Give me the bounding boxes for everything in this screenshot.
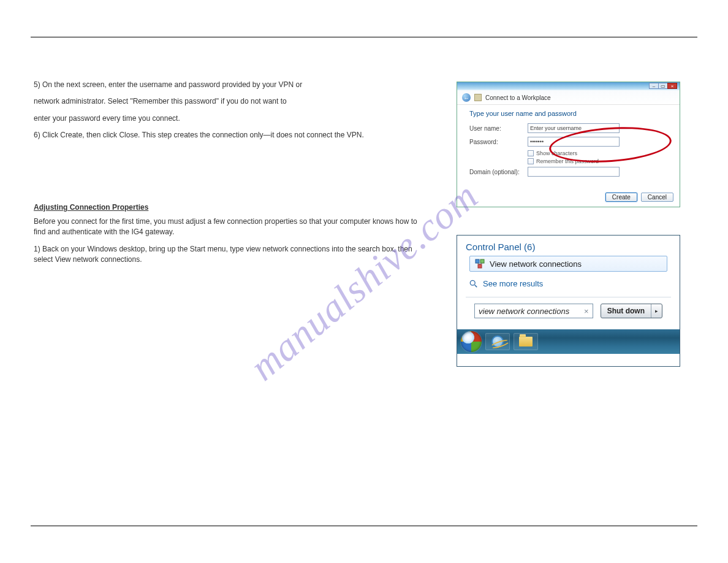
minimize-button[interactable]: – (649, 83, 659, 89)
section2-steps: 1) Back on your Windows desktop, bring u… (34, 244, 426, 266)
remember-password-label: Remember this password (536, 158, 599, 164)
section2-p1: Before you connect for the first time, y… (34, 216, 426, 238)
taskbar-explorer-button[interactable] (514, 333, 538, 350)
page-bottom-rule (31, 526, 697, 526)
search-icon (469, 280, 478, 288)
see-more-label: See more results (483, 279, 543, 288)
dialog1-breadcrumb: ← Connect to a Workplace (457, 91, 680, 105)
remember-password-checkbox[interactable]: Remember this password (528, 158, 667, 164)
search-input-value: view network connections (479, 307, 569, 316)
maximize-button[interactable]: ▭ (658, 83, 668, 89)
username-label: User name: (469, 125, 528, 132)
divider (466, 297, 671, 297)
dialog1-prompt: Type your user name and password (469, 110, 667, 117)
search-result-label: View network connections (490, 259, 582, 269)
search-input[interactable]: view network connections × (474, 304, 593, 318)
svg-rect-1 (480, 259, 484, 263)
start-menu-search-panel: Control Panel (6) View network connectio… (457, 235, 680, 367)
see-more-results-link[interactable]: See more results (466, 278, 671, 294)
back-icon[interactable]: ← (462, 93, 471, 102)
workplace-icon (474, 94, 482, 101)
control-panel-heading: Control Panel (6) (466, 242, 671, 252)
instruction-text-column: 5) On the next screen, enter the usernam… (34, 80, 426, 272)
page-top-rule (31, 37, 697, 37)
svg-line-6 (475, 285, 477, 287)
clear-search-icon[interactable]: × (584, 307, 589, 316)
checkbox-icon (528, 158, 534, 164)
show-characters-checkbox[interactable]: Show characters (528, 150, 667, 156)
taskbar-ie-button[interactable] (485, 333, 510, 350)
dialog1-titlebar: – ▭ × (457, 82, 680, 91)
create-button[interactable]: Create (605, 193, 637, 202)
step6: 6) Click Create, then click Close. This … (34, 130, 426, 140)
shutdown-split-button[interactable]: Shut down ▸ (601, 304, 662, 318)
svg-rect-2 (478, 264, 482, 268)
search-result-item[interactable]: View network connections (469, 256, 667, 272)
step5-line2: network administrator. Select "Remember … (34, 96, 426, 107)
shutdown-label: Shut down (601, 304, 651, 318)
close-button[interactable]: × (667, 83, 677, 89)
section-heading: Adjusting Connection Properties (34, 202, 426, 213)
svg-rect-0 (476, 259, 479, 263)
domain-field[interactable] (528, 167, 620, 177)
shutdown-dropdown-arrow[interactable]: ▸ (651, 304, 662, 318)
password-label: Password: (469, 139, 528, 145)
start-orb-icon[interactable] (461, 331, 482, 352)
checkbox-icon (528, 150, 534, 156)
step5-line1: 5) On the next screen, enter the usernam… (34, 80, 426, 90)
breadcrumb-text: Connect to a Workplace (485, 94, 551, 101)
cancel-button[interactable]: Cancel (641, 193, 673, 202)
internet-explorer-icon (491, 335, 504, 348)
domain-label: Domain (optional): (469, 169, 528, 175)
window-controls: – ▭ × (650, 83, 677, 89)
folder-icon (519, 337, 533, 347)
step5-line3: enter your password every time you conne… (34, 113, 426, 124)
connect-workplace-dialog: – ▭ × ← Connect to a Workplace Type your… (457, 82, 680, 207)
show-characters-label: Show characters (536, 150, 577, 156)
username-field[interactable]: Enter your username (528, 123, 620, 133)
taskbar (457, 329, 680, 354)
svg-point-5 (470, 280, 475, 285)
password-field[interactable]: ••••••• (528, 137, 620, 147)
network-connections-icon (475, 259, 485, 269)
